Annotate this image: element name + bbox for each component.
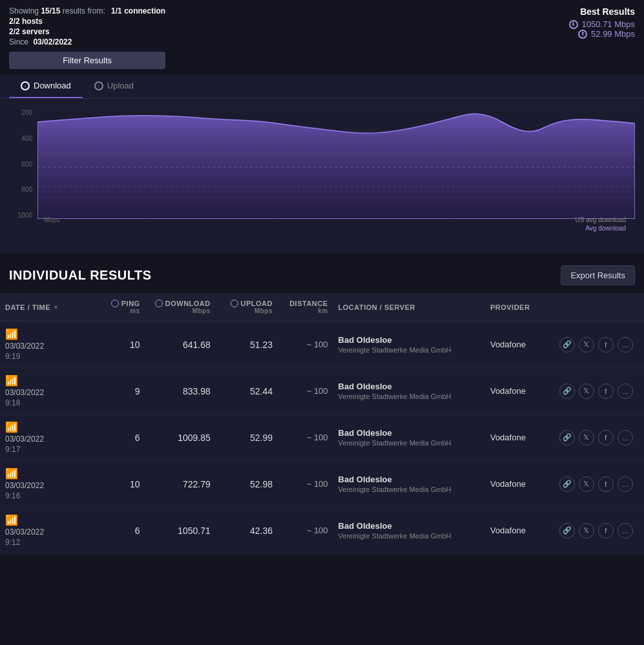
cell-distance-0: ~ 100 — [278, 322, 333, 368]
more-icon-4[interactable]: … — [618, 523, 633, 538]
cell-provider-3: Vodafone — [485, 461, 554, 507]
th-datetime[interactable]: DATE / TIME ▼ — [0, 293, 90, 322]
results-tbody: 📶 03/03/2022 9:19 10 641.68 51.23 ~ 100 … — [0, 322, 644, 554]
upload-col-icon — [231, 300, 238, 307]
showing-from: results from: — [63, 6, 105, 15]
time-4: 9:12 — [5, 538, 85, 547]
best-download-value: 1050.71 Mbps — [582, 19, 635, 29]
chart-footer: Mbps US avg download Avg download — [44, 216, 626, 232]
cell-datetime-0: 📶 03/03/2022 9:19 — [0, 322, 90, 368]
table-row: 📶 03/03/2022 9:18 9 833.98 52.44 ~ 100 B… — [0, 368, 644, 415]
section-title: INDIVIDUAL RESULTS — [9, 268, 152, 283]
y-label-600: 600 — [9, 161, 35, 168]
y-label-800: 800 — [9, 186, 35, 193]
twitter-icon-1[interactable]: 𝕏 — [579, 384, 594, 399]
chart-inner: 1000 800 600 400 200 — [9, 109, 635, 238]
showing-label: Showing — [9, 6, 39, 15]
cell-location-3: Bad Oldesloe Vereinigte Stadtwerke Media… — [333, 461, 485, 507]
cell-distance-2: ~ 100 — [278, 415, 333, 461]
cell-upload-3: 52.98 — [216, 461, 278, 507]
time-3: 9:16 — [5, 491, 85, 500]
cell-download-0: 641.68 — [145, 322, 216, 368]
sort-icon: ▼ — [53, 304, 59, 311]
best-results-title: Best Results — [569, 6, 635, 17]
upload-tab-icon: ↑ — [94, 81, 103, 90]
cell-distance-4: ~ 100 — [278, 507, 333, 554]
more-icon-2[interactable]: … — [618, 430, 633, 445]
facebook-icon-2[interactable]: f — [598, 430, 614, 445]
legend-us-avg: US avg download — [576, 216, 626, 223]
best-upload-value: 52.99 Mbps — [591, 29, 635, 39]
cell-provider-4: Vodafone — [485, 507, 554, 554]
top-bar: Showing 15/15 results from: 1/1 connecti… — [0, 0, 644, 74]
cell-provider-0: Vodafone — [485, 322, 554, 368]
cell-location-2: Bad Oldesloe Vereinigte Stadtwerke Media… — [333, 415, 485, 461]
showing-count: 15/15 — [41, 6, 60, 15]
table-header: DATE / TIME ▼ PING ms DOWNLOAD Mbps — [0, 293, 644, 322]
facebook-icon-4[interactable]: f — [598, 523, 614, 538]
date-3: 03/03/2022 — [5, 481, 85, 490]
hosts: 2/2 hosts — [9, 17, 43, 26]
download-circle-icon: ⬇ — [569, 20, 578, 29]
cell-ping-4: 6 — [90, 507, 145, 554]
link-icon-3[interactable]: 🔗 — [559, 476, 575, 492]
cell-actions-0: 🔗 𝕏 f … — [554, 322, 644, 368]
twitter-icon-2[interactable]: 𝕏 — [579, 430, 594, 445]
tab-upload[interactable]: ↑ Upload — [83, 74, 145, 98]
cell-location-1: Bad Oldesloe Vereinigte Stadtwerke Media… — [333, 368, 485, 415]
best-results: Best Results ⬇ 1050.71 Mbps ⬆ 52.99 Mbps — [569, 6, 635, 39]
since-date: 03/02/2022 — [33, 37, 72, 46]
more-icon-1[interactable]: … — [618, 384, 633, 399]
twitter-icon-3[interactable]: 𝕏 — [579, 476, 594, 492]
more-icon-3[interactable]: … — [618, 476, 633, 492]
date-1: 03/03/2022 — [5, 388, 85, 397]
cell-datetime-2: 📶 03/03/2022 9:17 — [0, 415, 90, 461]
cell-ping-1: 9 — [90, 368, 145, 415]
link-icon-2[interactable]: 🔗 — [559, 430, 575, 445]
twitter-icon-0[interactable]: 𝕏 — [579, 337, 594, 353]
tab-download-label: Download — [34, 81, 71, 90]
link-icon-4[interactable]: 🔗 — [559, 523, 575, 538]
twitter-icon-4[interactable]: 𝕏 — [579, 523, 594, 538]
more-icon-0[interactable]: … — [618, 337, 633, 353]
cell-location-0: Bad Oldesloe Vereinigte Stadtwerke Media… — [333, 322, 485, 368]
tabs-row: ↓ Download ↑ Upload — [0, 74, 644, 99]
wifi-icon-2: 📶 — [5, 421, 85, 433]
filter-results-button[interactable]: Filter Results — [9, 52, 165, 69]
date-4: 03/03/2022 — [5, 527, 85, 537]
cell-datetime-4: 📶 03/03/2022 9:12 — [0, 507, 90, 554]
th-upload: UPLOAD Mbps — [216, 293, 278, 322]
time-0: 9:19 — [5, 352, 85, 361]
cell-upload-4: 42.36 — [216, 507, 278, 554]
showing-row: Showing 15/15 results from: 1/1 connecti… — [9, 6, 165, 15]
cell-download-1: 833.98 — [145, 368, 216, 415]
facebook-icon-3[interactable]: f — [598, 476, 614, 492]
export-results-button[interactable]: Export Results — [561, 265, 635, 285]
chart-container: 1000 800 600 400 200 — [0, 99, 644, 254]
wifi-icon-4: 📶 — [5, 514, 85, 526]
cell-upload-2: 52.99 — [216, 415, 278, 461]
date-0: 03/03/2022 — [5, 342, 85, 351]
servers-row: 2/2 servers — [9, 27, 165, 36]
facebook-icon-1[interactable]: f — [598, 384, 614, 399]
cell-actions-2: 🔗 𝕏 f … — [554, 415, 644, 461]
servers: 2/2 servers — [9, 27, 50, 36]
chart-legend: US avg download Avg download — [576, 216, 626, 232]
results-table: DATE / TIME ▼ PING ms DOWNLOAD Mbps — [0, 293, 644, 554]
showing-info: Showing 15/15 results from: 1/1 connecti… — [9, 6, 165, 69]
link-icon-1[interactable]: 🔗 — [559, 384, 575, 399]
time-2: 9:17 — [5, 445, 85, 454]
cell-ping-2: 6 — [90, 415, 145, 461]
cell-distance-1: ~ 100 — [278, 368, 333, 415]
since-row: Since 03/02/2022 — [9, 37, 165, 46]
link-icon-0[interactable]: 🔗 — [559, 337, 575, 353]
download-col-icon — [155, 300, 163, 307]
best-download-row: ⬇ 1050.71 Mbps — [569, 19, 635, 29]
th-location: LOCATION / SERVER — [333, 293, 485, 322]
th-provider: PROVIDER — [485, 293, 554, 322]
wifi-icon-3: 📶 — [5, 467, 85, 480]
date-2: 03/03/2022 — [5, 435, 85, 444]
since-label: Since — [9, 37, 28, 46]
facebook-icon-0[interactable]: f — [598, 337, 614, 353]
tab-download[interactable]: ↓ Download — [9, 74, 83, 98]
